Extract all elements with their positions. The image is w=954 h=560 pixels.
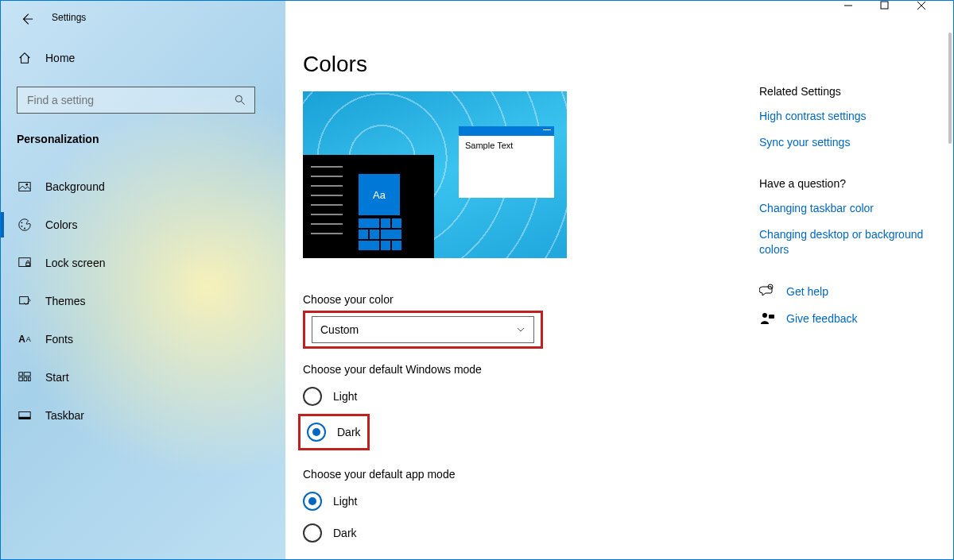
maximize-button[interactable] — [880, 1, 917, 26]
app-mode-label: Choose your default app mode — [303, 468, 455, 481]
nav-item-colors[interactable]: Colors — [1, 206, 285, 244]
svg-rect-1 — [19, 183, 30, 191]
windows-mode-label: Choose your default Windows mode — [303, 363, 482, 376]
themes-icon — [17, 293, 33, 309]
app-title: Settings — [52, 12, 86, 23]
highlight-dropdown: Custom — [303, 311, 543, 349]
sidebar: Settings Home Personalization Background… — [1, 1, 285, 559]
preview-window-text: Sample Text — [459, 136, 554, 155]
svg-rect-7 — [26, 263, 30, 266]
nav-item-themes[interactable]: Themes — [1, 282, 285, 320]
color-mode-dropdown[interactable]: Custom — [312, 316, 534, 343]
windows-mode-dark[interactable]: Dark — [307, 419, 361, 445]
chevron-down-icon — [516, 325, 525, 334]
link-changing-taskbar-color[interactable]: Changing taskbar color — [759, 201, 934, 216]
radio-label: Dark — [337, 426, 361, 438]
nav-item-label: Lock screen — [45, 257, 105, 269]
color-preview: Aa Sample Text — [303, 91, 567, 258]
svg-rect-13 — [29, 377, 31, 381]
radio-icon — [303, 523, 322, 543]
feedback-person-icon — [759, 311, 775, 326]
svg-point-19 — [762, 313, 767, 318]
svg-rect-10 — [24, 373, 30, 377]
nav-item-taskbar[interactable]: Taskbar — [1, 396, 285, 434]
choose-color-label: Choose your color — [303, 293, 394, 306]
svg-rect-12 — [24, 377, 27, 381]
nav-item-lock-screen[interactable]: Lock screen — [1, 244, 285, 282]
nav-item-label: Fonts — [45, 333, 73, 346]
nav-item-fonts[interactable]: AA Fonts — [1, 320, 285, 358]
question-header: Have a question? — [759, 177, 934, 190]
home-icon — [17, 50, 33, 66]
preview-window: Sample Text — [459, 126, 554, 198]
page-title: Colors — [303, 52, 367, 77]
svg-point-5 — [24, 228, 25, 230]
svg-rect-15 — [19, 417, 30, 419]
fonts-icon: AA — [17, 331, 33, 347]
section-header: Personalization — [17, 133, 99, 145]
related-settings-header: Related Settings — [759, 85, 934, 98]
svg-rect-16 — [881, 2, 888, 9]
preview-tile: Aa — [359, 174, 400, 215]
link-sync-settings[interactable]: Sync your settings — [759, 135, 934, 150]
minimize-icon — [843, 1, 880, 10]
nav-home-label: Home — [45, 52, 75, 64]
close-icon — [917, 1, 953, 10]
link-high-contrast[interactable]: High contrast settings — [759, 109, 934, 124]
back-button[interactable] — [20, 12, 34, 26]
minimize-button[interactable] — [843, 1, 880, 26]
radio-label: Light — [333, 495, 357, 508]
nav-list: Background Colors Lock screen Themes AA … — [1, 168, 285, 434]
search-icon — [234, 94, 246, 106]
lock-screen-icon — [17, 255, 33, 271]
radio-icon — [303, 387, 322, 406]
give-feedback-row[interactable]: Give feedback — [759, 311, 934, 326]
main-content: Colors Aa Sample Text Choose your color … — [285, 33, 953, 559]
close-button[interactable] — [917, 1, 953, 26]
taskbar-icon — [17, 407, 33, 423]
nav-item-background[interactable]: Background — [1, 168, 285, 206]
svg-rect-9 — [19, 373, 23, 377]
picture-icon — [17, 179, 33, 195]
svg-rect-20 — [769, 315, 774, 319]
radio-label: Light — [333, 390, 357, 403]
svg-point-3 — [21, 222, 23, 223]
get-help-row[interactable]: ? Get help — [759, 284, 934, 299]
search-box[interactable] — [17, 87, 255, 114]
window-caption — [843, 1, 953, 26]
nav-item-start[interactable]: Start — [1, 358, 285, 396]
palette-icon — [17, 217, 33, 233]
help-chat-icon: ? — [759, 284, 775, 299]
nav-item-label: Background — [45, 180, 105, 193]
svg-point-2 — [25, 183, 28, 186]
start-grid-icon — [17, 369, 33, 385]
back-arrow-icon — [20, 12, 34, 26]
svg-rect-11 — [19, 377, 23, 381]
radio-icon — [307, 423, 326, 442]
radio-icon — [303, 492, 322, 511]
highlight-dark-radio: Dark — [298, 414, 370, 450]
maximize-icon — [880, 1, 917, 10]
svg-point-4 — [21, 226, 23, 227]
nav-item-label: Taskbar — [45, 409, 84, 422]
scrollbar-thumb[interactable] — [948, 33, 952, 144]
link-get-help[interactable]: Get help — [786, 284, 828, 299]
nav-item-label: Themes — [45, 295, 86, 307]
link-changing-desktop-colors[interactable]: Changing desktop or background colors — [759, 227, 934, 257]
windows-mode-light[interactable]: Light — [303, 384, 357, 409]
link-give-feedback[interactable]: Give feedback — [786, 311, 858, 326]
title-bar: Settings — [1, 1, 285, 33]
aside-panel: Related Settings High contrast settings … — [759, 85, 934, 338]
settings-window: Settings Home Personalization Background… — [0, 0, 954, 560]
dropdown-value: Custom — [320, 323, 359, 336]
preview-start-menu: Aa — [303, 155, 434, 258]
svg-point-0 — [235, 95, 242, 102]
search-input[interactable] — [25, 93, 234, 107]
nav-item-label: Start — [45, 371, 69, 384]
nav-home[interactable]: Home — [17, 50, 75, 66]
nav-item-label: Colors — [45, 218, 77, 231]
app-mode-dark[interactable]: Dark — [303, 520, 357, 546]
radio-label: Dark — [333, 527, 357, 539]
app-mode-light[interactable]: Light — [303, 489, 357, 514]
